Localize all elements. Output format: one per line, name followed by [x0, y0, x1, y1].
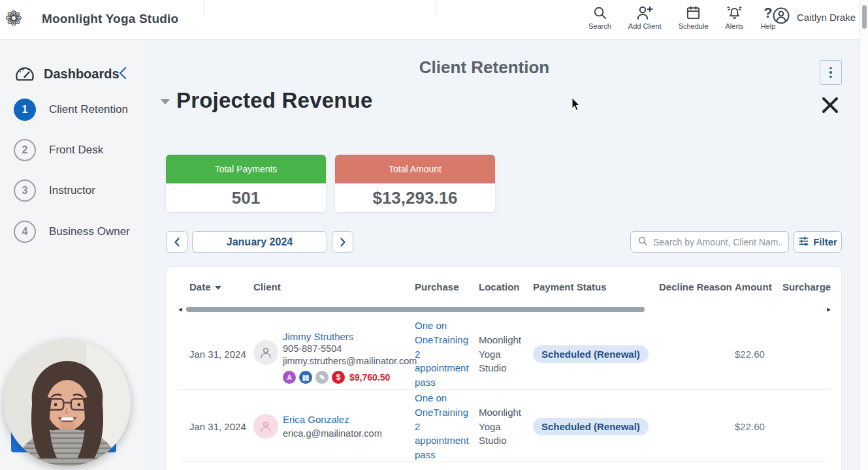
search-icon [592, 5, 607, 20]
widget-menu-button[interactable] [820, 60, 842, 85]
add-client-nav-button[interactable]: Add Client [620, 3, 670, 33]
balance-dollar-icon[interactable]: $ [332, 371, 345, 384]
dashboards-title: Dashboards [44, 67, 120, 82]
next-month-button[interactable] [332, 231, 353, 253]
contract-note-icon[interactable]: ▤ [299, 371, 312, 384]
sidebar-item-client-retention[interactable]: 1 Client Retention [14, 99, 128, 121]
sidebar-collapse-chevron-icon[interactable] [118, 66, 128, 83]
column-header-decline-reason[interactable]: Decline Reason [659, 281, 735, 292]
search-icon [637, 236, 648, 249]
close-icon[interactable] [820, 95, 840, 118]
column-header-surcharge[interactable]: Surcharge [782, 281, 841, 292]
outstanding-balance: $9,760.50 [349, 372, 390, 383]
vertical-scrollbar-thumb[interactable] [862, 5, 867, 29]
section-title: Projected Revenue [176, 88, 373, 113]
sort-desc-icon [215, 286, 221, 290]
cell-location: Moonlight Yoga Studio [479, 405, 522, 448]
topbar-nav: Search Add Client Schedule Alerts ? Help [580, 3, 784, 33]
dashboards-header: Dashboards [14, 63, 120, 85]
help-icon: ? [764, 5, 772, 20]
studio-logo-icon[interactable]: ❁ [5, 6, 22, 32]
sidebar: Dashboards 1 Client Retention 2 Front De… [0, 40, 148, 470]
column-header-payment-status[interactable]: Payment Status [533, 281, 659, 292]
payment-status-badge: Scheduled (Renewal) [533, 345, 649, 363]
client-name-link[interactable]: Jimmy Struthers [283, 331, 417, 342]
column-header-client[interactable]: Client [253, 281, 415, 292]
client-email: jimmy.struthers@mailinator.com [283, 355, 417, 367]
purchase-link[interactable]: One on OneTraining 2 appointment pass [415, 391, 467, 462]
horizontal-scrollbar-thumb[interactable] [186, 307, 645, 312]
stat-value: 501 [166, 183, 326, 212]
search-input[interactable] [653, 237, 782, 247]
alerts-nav-button[interactable]: Alerts [717, 3, 752, 33]
cell-date: Jan 31, 2024 [189, 421, 253, 432]
horizontal-scrollbar[interactable]: ◄ ► [177, 306, 832, 313]
client-avatar-icon[interactable] [253, 414, 278, 439]
gauge-icon [14, 63, 36, 85]
search-nav-button[interactable]: Search [580, 3, 620, 33]
filter-button[interactable]: Filter [794, 231, 842, 253]
topbar-divider [435, 0, 436, 16]
payment-status-badge: Scheduled (Renewal) [533, 418, 649, 435]
cell-date: Jan 31, 2024 [189, 349, 253, 360]
step-number-badge: 2 [14, 139, 36, 161]
bell-icon [726, 5, 743, 20]
sidebar-item-business-owner[interactable]: 4 Business Owner [14, 221, 130, 243]
cell-amount: $22.60 [735, 421, 782, 432]
client-avatar-icon[interactable] [253, 340, 278, 365]
sidebar-item-front-desk[interactable]: 2 Front Desk [14, 139, 103, 161]
presenter-portrait [4, 339, 131, 466]
table-row: Jan 31, 2024 Jimmy Struthers 905-887-550… [167, 319, 841, 389]
client-name-link[interactable]: Erica Gonzalez [283, 414, 382, 425]
client-email: erica.g@mailinator.com [283, 428, 382, 439]
cell-amount: $22.60 [735, 349, 782, 360]
stat-card-total-payments: Total Payments 501 [166, 155, 326, 212]
sidebar-item-instructor[interactable]: 3 Instructor [14, 180, 95, 202]
previous-month-button[interactable] [166, 231, 187, 253]
user-avatar-icon [772, 7, 790, 27]
vertical-scrollbar[interactable] [860, 0, 868, 470]
stat-label: Total Amount [335, 155, 495, 183]
stat-value: $13,293.16 [335, 183, 495, 212]
topbar-divider [203, 0, 204, 16]
purchase-link[interactable]: One on OneTraining 2 appointment pass [415, 319, 467, 390]
collapse-caret-icon[interactable] [161, 99, 170, 104]
cell-client: Erica Gonzalez erica.g@mailinator.com [253, 414, 415, 439]
mouse-cursor [571, 98, 582, 115]
stat-card-total-amount: Total Amount $13,293.16 [335, 155, 495, 212]
user-menu[interactable]: Caitlyn Drake [772, 7, 856, 27]
scroll-right-arrow-icon[interactable]: ► [826, 306, 832, 313]
step-number-badge: 1 [14, 99, 36, 121]
page-title: Client Retention [148, 57, 860, 78]
column-header-amount[interactable]: Amount [735, 281, 782, 292]
column-header-location[interactable]: Location [479, 281, 533, 292]
column-header-purchase[interactable]: Purchase [415, 281, 479, 292]
edit-pencil-icon[interactable]: ✎ [315, 371, 329, 384]
section-header: Projected Revenue [161, 88, 373, 113]
client-phone: 905-887-5504 [283, 343, 417, 354]
top-bar: ❁ Moonlight Yoga Studio Search Add Clien… [0, 0, 860, 40]
filter-sliders-icon [798, 236, 809, 249]
kebab-icon [829, 67, 832, 70]
table-header-row: Date Client Purchase Location Payment St… [167, 281, 841, 292]
payments-table: Date Client Purchase Location Payment St… [166, 266, 842, 470]
client-flag-a-badge[interactable]: A [283, 371, 296, 384]
user-name: Caitlyn Drake [797, 12, 856, 23]
scroll-left-arrow-icon[interactable]: ◄ [177, 306, 184, 313]
main-content: Client Retention Projected Revenue Total… [148, 40, 860, 470]
table-row: Jan 31, 2024 Erica Gonzalez erica.g@mail… [167, 391, 841, 462]
client-badges: A ▤ ✎ $ $9,760.50 [283, 371, 417, 384]
step-number-badge: 3 [14, 180, 36, 202]
month-selector-button[interactable]: January 2024 [192, 231, 327, 253]
schedule-nav-button[interactable]: Schedule [670, 3, 717, 33]
search-field[interactable] [630, 231, 789, 253]
cell-client: Jimmy Struthers 905-887-5504 jimmy.strut… [253, 331, 415, 384]
horizontal-scrollbar-track[interactable] [186, 307, 823, 312]
cell-location: Moonlight Yoga Studio [479, 333, 522, 375]
column-header-date[interactable]: Date [189, 281, 253, 292]
app-name: Moonlight Yoga Studio [42, 12, 178, 26]
row-divider [180, 389, 829, 390]
stat-label: Total Payments [166, 155, 326, 183]
webcam-video-bubble[interactable] [4, 339, 131, 466]
brand: ❁ Moonlight Yoga Studio [5, 6, 178, 32]
